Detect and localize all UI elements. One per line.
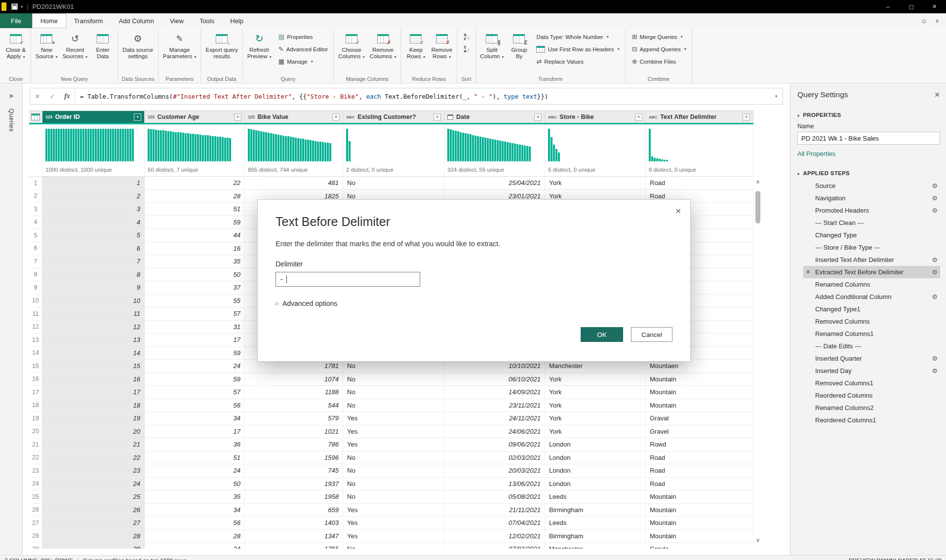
row-number[interactable]: 22 — [29, 451, 42, 464]
cell[interactable]: Mountain — [646, 399, 753, 412]
row-number[interactable]: 5 — [29, 229, 42, 242]
cell[interactable]: 23 — [42, 464, 145, 477]
cell[interactable]: York — [545, 425, 646, 438]
ribbon-button-split-column[interactable]: ∥SplitColumn ▾ — [478, 30, 506, 61]
tab-help[interactable]: Help — [222, 13, 251, 28]
cell[interactable]: 1347 — [245, 530, 343, 543]
ribbon-button-merge-queries[interactable]: ⊞Merge Queries▾ — [630, 32, 688, 42]
cell[interactable]: 02/03/2021 — [444, 451, 545, 464]
delete-step-icon[interactable]: ✕ — [806, 269, 815, 275]
cell[interactable]: Road — [646, 464, 753, 477]
step-settings-gear-icon[interactable]: ⚙ — [932, 355, 940, 362]
row-number[interactable]: 18 — [29, 399, 42, 412]
applied-step-start-clean[interactable]: --- Start Clean --- — [803, 217, 940, 229]
ribbon-button-append-queries[interactable]: ⊟Append Queries▾ — [630, 44, 688, 54]
row-number[interactable]: 20 — [29, 425, 42, 438]
step-settings-gear-icon[interactable]: ⚙ — [932, 256, 940, 263]
row-number[interactable]: 23 — [29, 464, 42, 477]
cell[interactable]: 1937 — [245, 478, 343, 490]
formula-cancel-icon[interactable]: ✕ — [30, 93, 45, 100]
cell[interactable]: 1596 — [245, 451, 343, 464]
cell[interactable]: 06/10/2021 — [444, 373, 545, 386]
feedback-smiley-icon[interactable]: ☺ — [921, 17, 927, 25]
cell[interactable]: 11 — [42, 307, 145, 320]
cell[interactable]: 25 — [42, 490, 145, 503]
row-number[interactable]: 15 — [29, 360, 42, 373]
cell[interactable]: 07/02/2021 — [444, 543, 545, 549]
applied-step-source[interactable]: Source⚙ — [803, 180, 940, 192]
applied-step-renamed-columns[interactable]: Renamed Columns — [803, 278, 940, 291]
row-number[interactable]: 17 — [29, 386, 42, 399]
applied-step-store-bike-type[interactable]: --- Store / Bike Type --- — [803, 241, 940, 254]
cell[interactable]: Mountain — [646, 517, 753, 529]
table-select-icon[interactable] — [29, 111, 42, 123]
cell[interactable]: Birmingham — [545, 530, 646, 543]
cell[interactable]: 1 — [42, 177, 145, 189]
ribbon-button-enter-data[interactable]: EnterData — [90, 30, 115, 61]
row-number[interactable]: 11 — [29, 307, 42, 320]
filter-dropdown-icon[interactable]: ▾ — [234, 113, 241, 121]
query-name-input[interactable]: PD 2021 Wk 1 - Bike Sales — [797, 132, 940, 145]
row-number[interactable]: 27 — [29, 517, 42, 529]
row-number[interactable]: 10 — [29, 295, 42, 307]
minimize-button[interactable]: ─ — [876, 0, 900, 13]
cell[interactable]: York — [545, 386, 646, 399]
cell[interactable]: Yes — [343, 517, 444, 529]
cell[interactable]: Mountain — [646, 386, 753, 399]
cell[interactable]: No — [343, 451, 444, 464]
collapse-applied-steps-icon[interactable]: ▴ — [797, 171, 799, 176]
ribbon-button-manage[interactable]: ▦Manage▾ — [276, 56, 330, 67]
ribbon-button-choose-columns[interactable]: ✓ChooseColumns ▾ — [336, 30, 367, 61]
cell[interactable]: 57 — [145, 307, 245, 320]
close-window-button[interactable]: ✕ — [923, 0, 946, 13]
cell[interactable]: 50 — [145, 478, 245, 490]
applied-step-changed-type[interactable]: Changed Type — [803, 229, 940, 241]
cell[interactable]: Gravel — [646, 425, 753, 438]
applied-step-inserted-text-after-delimiter[interactable]: Inserted Text After Delimiter⚙ — [803, 254, 940, 266]
cell[interactable]: Rowd — [646, 438, 753, 451]
cell[interactable]: 14 — [42, 347, 145, 360]
cell[interactable]: 35 — [145, 490, 245, 503]
step-settings-gear-icon[interactable]: ⚙ — [932, 194, 940, 202]
row-number[interactable]: 14 — [29, 347, 42, 360]
cell[interactable]: 786 — [245, 438, 343, 451]
filter-dropdown-icon[interactable]: ▾ — [434, 113, 441, 121]
quick-access-dropdown-icon[interactable]: ▾ — [21, 4, 23, 9]
filter-dropdown-icon[interactable]: ▾ — [134, 113, 141, 121]
cell[interactable]: 59 — [145, 347, 245, 360]
row-number[interactable]: 26 — [29, 504, 42, 517]
cell[interactable]: 37 — [145, 281, 245, 294]
cell[interactable]: London — [545, 464, 646, 477]
cell[interactable]: No — [343, 177, 444, 189]
applied-step-renamed-columns2[interactable]: Renamed Columns2 — [803, 402, 940, 414]
cell[interactable]: 20 — [42, 425, 145, 438]
cell[interactable]: 56 — [145, 399, 245, 412]
applied-step-navigation[interactable]: Navigation⚙ — [803, 192, 940, 204]
tab-transform[interactable]: Transform — [66, 13, 111, 28]
ribbon-button-sort-za-icon[interactable]: ZA↓ — [462, 44, 472, 54]
tab-view[interactable]: View — [162, 13, 192, 28]
cell[interactable]: 3 — [42, 203, 145, 216]
cell[interactable]: 17 — [145, 334, 245, 346]
cell[interactable]: Yes — [343, 425, 444, 438]
tab-add-column[interactable]: Add Column — [111, 13, 162, 28]
cell[interactable]: 1021 — [245, 425, 343, 438]
ribbon-button-close-apply[interactable]: ✓Close &Apply ▾ — [3, 30, 28, 61]
cell[interactable]: 9 — [42, 281, 145, 294]
cell[interactable]: 21 — [42, 438, 145, 451]
cell[interactable]: 24 — [145, 360, 245, 373]
cell[interactable]: 07/04/2021 — [444, 517, 545, 529]
applied-step-reordered-columns[interactable]: Reordered Columns — [803, 389, 940, 402]
column-header-store-bike[interactable]: ABCStore - Bike▾ — [545, 111, 646, 123]
applied-step-extracted-text-before-delimiter[interactable]: ✕Extracted Text Before Delimiter⚙ — [803, 266, 940, 278]
cell[interactable]: Road — [646, 177, 753, 189]
cell[interactable]: 25/04/2021 — [444, 177, 545, 189]
applied-step-changed-type1[interactable]: Changed Type1 — [803, 303, 940, 315]
cell[interactable]: 56 — [145, 517, 245, 529]
row-number[interactable]: 12 — [29, 321, 42, 334]
row-number[interactable]: 13 — [29, 334, 42, 346]
formula-accept-icon[interactable]: ✓ — [45, 93, 60, 100]
tab-home[interactable]: Home — [32, 13, 66, 28]
cell[interactable]: York — [545, 399, 646, 412]
cell[interactable]: 7 — [42, 255, 145, 268]
